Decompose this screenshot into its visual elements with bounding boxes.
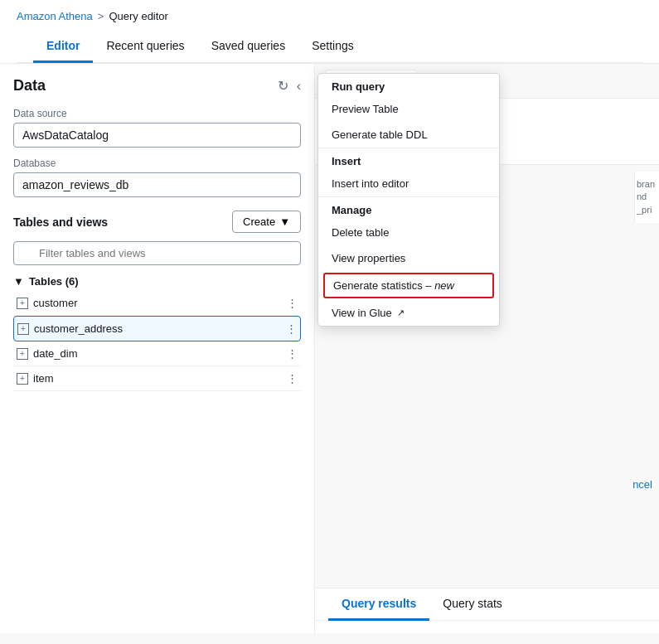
context-section-header-run: Run query (318, 74, 499, 96)
tab-query-results[interactable]: Query results (328, 588, 429, 621)
database-field: Database amazon_reviews_db (13, 157, 301, 197)
breadcrumb-bar: Amazon Athena > Query editor Editor Rece… (0, 0, 659, 64)
cancel-area[interactable]: ncel (632, 478, 652, 491)
panel-actions: ↻ ‹ (278, 78, 301, 94)
context-section-manage: Manage Delete table View properties Gene… (318, 196, 499, 326)
table-name-item: item (33, 372, 54, 385)
context-item-insert-into-editor[interactable]: Insert into editor (318, 171, 499, 196)
database-value: amazon_reviews_db (13, 172, 301, 197)
create-button[interactable]: Create ▼ (232, 211, 301, 233)
results-area: Query results Query stats (315, 588, 659, 633)
cancel-label: ncel (632, 478, 652, 491)
tab-editor[interactable]: Editor (33, 31, 93, 63)
refresh-icon[interactable]: ↻ (278, 78, 288, 94)
table-options-icon-item[interactable]: ⋮ (287, 372, 298, 385)
breadcrumb-separator: > (98, 10, 104, 22)
tables-collapse-icon[interactable]: ▼ (13, 275, 24, 288)
breadcrumb-parent[interactable]: Amazon Athena (17, 10, 93, 22)
context-section-run: Run query Preview Table Generate table D… (318, 74, 499, 148)
right-side-peek: bran nd _pri (634, 172, 659, 223)
expand-icon: + (17, 298, 28, 309)
table-item-customer[interactable]: + customer ⋮ (13, 291, 301, 316)
context-item-generate-statistics[interactable]: Generate statistics – new (323, 273, 494, 298)
tables-label: Tables and views (13, 215, 108, 229)
breadcrumb: Amazon Athena > Query editor (17, 10, 642, 31)
context-item-generate-ddl[interactable]: Generate table DDL (318, 122, 499, 148)
filter-input[interactable] (13, 241, 301, 265)
tables-title-row: ▼ Tables (6) (13, 275, 301, 288)
tables-count-label: Tables (6) (29, 275, 79, 288)
table-options-icon-customer-address[interactable]: ⋮ (286, 322, 297, 335)
context-item-view-in-glue[interactable]: View in Glue ↗ (318, 300, 499, 326)
table-name-customer-address: customer_address (34, 322, 123, 335)
main-tabs: Editor Recent queries Saved queries Sett… (17, 31, 642, 63)
create-chevron-icon: ▼ (279, 215, 290, 228)
collapse-icon[interactable]: ‹ (297, 79, 301, 94)
tab-saved-queries[interactable]: Saved queries (198, 31, 299, 63)
table-options-icon-date-dim[interactable]: ⋮ (287, 347, 298, 360)
context-item-view-properties[interactable]: View properties (318, 245, 499, 271)
expand-icon: + (17, 373, 28, 385)
table-name-date-dim: date_dim (33, 347, 77, 360)
results-tabs: Query results Query stats (315, 588, 659, 621)
data-source-label: Data source (13, 108, 301, 119)
tab-query-stats[interactable]: Query stats (429, 588, 516, 621)
table-item-date-dim[interactable]: + date_dim ⋮ (13, 341, 301, 366)
context-item-delete-table[interactable]: Delete table (318, 220, 499, 245)
breadcrumb-current: Query editor (109, 10, 168, 22)
left-panel: Data ↻ ‹ Data source AwsDataCatalog Data… (0, 64, 315, 633)
table-options-icon-customer[interactable]: ⋮ (287, 297, 298, 309)
filter-wrapper: 🔍 (13, 241, 301, 265)
panel-title: Data (13, 77, 46, 94)
context-item-preview-table[interactable]: Preview Table (318, 96, 499, 122)
context-section-insert: Insert Insert into editor (318, 148, 499, 196)
expand-icon: + (17, 323, 29, 335)
tables-section: ▼ Tables (6) + customer ⋮ + customer_add… (13, 275, 301, 391)
tab-recent-queries[interactable]: Recent queries (93, 31, 197, 63)
new-badge: new (434, 279, 454, 292)
peek-text: bran nd _pri (637, 179, 655, 215)
table-name-customer: customer (33, 297, 77, 309)
data-source-field: Data source AwsDataCatalog (13, 108, 301, 148)
external-link-icon: ↗ (397, 307, 405, 318)
tables-header: Tables and views Create ▼ (13, 211, 301, 233)
context-menu: Run query Preview Table Generate table D… (317, 73, 500, 327)
context-section-header-manage: Manage (318, 197, 499, 220)
context-section-header-insert: Insert (318, 148, 499, 171)
data-source-value: AwsDataCatalog (13, 123, 301, 148)
create-label: Create (243, 215, 275, 228)
table-item-customer-address[interactable]: + customer_address ⋮ (13, 316, 301, 341)
expand-icon: + (17, 348, 28, 360)
panel-header: Data ↻ ‹ (13, 77, 301, 94)
database-label: Database (13, 157, 301, 169)
tab-settings[interactable]: Settings (298, 31, 367, 63)
table-item-item[interactable]: + item ⋮ (13, 366, 301, 391)
